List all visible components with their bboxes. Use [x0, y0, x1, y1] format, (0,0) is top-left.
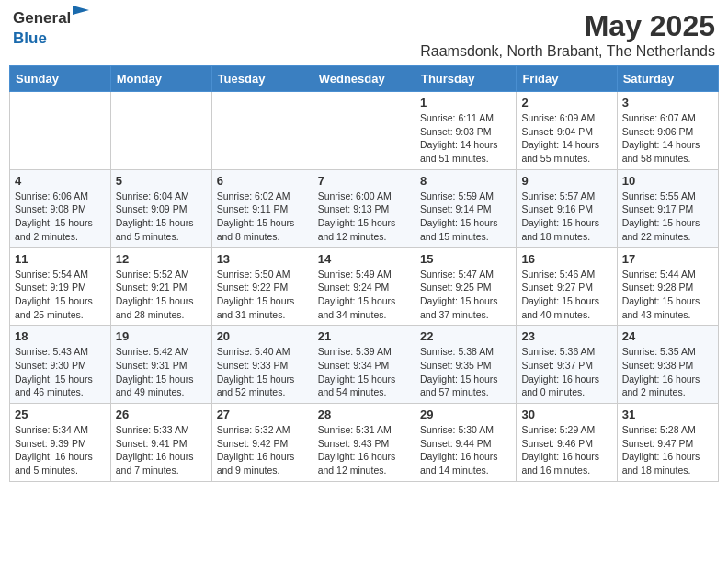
day-number: 29 [420, 408, 511, 421]
day-info: Sunrise: 6:04 AM Sunset: 9:09 PM Dayligh… [116, 190, 207, 244]
day-number: 25 [15, 408, 106, 421]
calendar-cell: 21Sunrise: 5:39 AM Sunset: 9:34 PM Dayli… [313, 326, 415, 404]
page-header: General Blue May 2025 Raamsdonk, North B… [9, 9, 719, 60]
calendar-cell: 31Sunrise: 5:28 AM Sunset: 9:47 PM Dayli… [617, 404, 718, 482]
calendar-cell: 20Sunrise: 5:40 AM Sunset: 9:33 PM Dayli… [211, 326, 313, 404]
day-number: 13 [217, 252, 308, 266]
title-section: May 2025 Raamsdonk, North Brabant, The N… [420, 9, 715, 60]
calendar-cell: 17Sunrise: 5:44 AM Sunset: 9:28 PM Dayli… [617, 247, 718, 326]
day-number: 2 [521, 96, 611, 109]
calendar-cell: 25Sunrise: 5:34 AM Sunset: 9:39 PM Dayli… [10, 404, 111, 482]
calendar-weekday-wednesday: Wednesday [313, 66, 415, 92]
calendar-cell: 15Sunrise: 5:47 AM Sunset: 9:25 PM Dayli… [415, 247, 516, 326]
day-info: Sunrise: 5:32 AM Sunset: 9:42 PM Dayligh… [217, 423, 308, 477]
calendar-cell: 24Sunrise: 5:35 AM Sunset: 9:38 PM Dayli… [617, 326, 718, 404]
calendar-cell: 8Sunrise: 5:59 AM Sunset: 9:14 PM Daylig… [415, 169, 516, 247]
calendar-cell: 11Sunrise: 5:54 AM Sunset: 9:19 PM Dayli… [10, 247, 111, 326]
calendar-cell: 28Sunrise: 5:31 AM Sunset: 9:43 PM Dayli… [313, 404, 415, 482]
day-number: 10 [622, 174, 713, 188]
calendar-cell: 22Sunrise: 5:38 AM Sunset: 9:35 PM Dayli… [415, 326, 516, 404]
calendar-cell: 7Sunrise: 6:00 AM Sunset: 9:13 PM Daylig… [313, 169, 415, 247]
calendar-weekday-monday: Monday [110, 66, 211, 92]
day-number: 19 [116, 329, 207, 343]
day-info: Sunrise: 5:28 AM Sunset: 9:47 PM Dayligh… [622, 423, 713, 477]
month-title: May 2025 [420, 9, 715, 43]
day-number: 12 [116, 252, 207, 266]
day-number: 6 [217, 174, 308, 188]
day-info: Sunrise: 6:02 AM Sunset: 9:11 PM Dayligh… [217, 190, 308, 244]
day-number: 11 [15, 252, 106, 266]
calendar-cell: 12Sunrise: 5:52 AM Sunset: 9:21 PM Dayli… [110, 247, 211, 326]
day-number: 30 [521, 408, 611, 421]
calendar-cell: 18Sunrise: 5:43 AM Sunset: 9:30 PM Dayli… [10, 326, 111, 404]
calendar-cell: 10Sunrise: 5:55 AM Sunset: 9:17 PM Dayli… [617, 169, 718, 247]
logo-general: General [13, 9, 71, 27]
calendar-table: SundayMondayTuesdayWednesdayThursdayFrid… [9, 65, 719, 482]
day-info: Sunrise: 5:35 AM Sunset: 9:38 PM Dayligh… [622, 345, 713, 399]
day-number: 21 [318, 329, 410, 343]
day-number: 22 [420, 329, 511, 343]
day-info: Sunrise: 5:30 AM Sunset: 9:44 PM Dayligh… [420, 423, 511, 477]
day-number: 20 [217, 329, 308, 343]
day-info: Sunrise: 5:52 AM Sunset: 9:21 PM Dayligh… [116, 268, 207, 322]
day-number: 17 [622, 252, 713, 266]
day-info: Sunrise: 5:59 AM Sunset: 9:14 PM Dayligh… [420, 190, 511, 244]
day-info: Sunrise: 6:09 AM Sunset: 9:04 PM Dayligh… [521, 111, 611, 166]
calendar-weekday-sunday: Sunday [10, 66, 111, 92]
day-number: 23 [521, 329, 611, 343]
svg-marker-0 [73, 6, 89, 15]
calendar-cell: 4Sunrise: 6:06 AM Sunset: 9:08 PM Daylig… [10, 169, 111, 247]
calendar-cell: 13Sunrise: 5:50 AM Sunset: 9:22 PM Dayli… [211, 247, 313, 326]
calendar-week-row: 25Sunrise: 5:34 AM Sunset: 9:39 PM Dayli… [10, 404, 719, 482]
day-info: Sunrise: 5:46 AM Sunset: 9:27 PM Dayligh… [521, 268, 611, 322]
day-info: Sunrise: 5:40 AM Sunset: 9:33 PM Dayligh… [217, 345, 308, 399]
day-number: 9 [521, 174, 611, 188]
day-info: Sunrise: 5:57 AM Sunset: 9:16 PM Dayligh… [521, 190, 611, 244]
calendar-cell: 14Sunrise: 5:49 AM Sunset: 9:24 PM Dayli… [313, 247, 415, 326]
calendar-header-row: SundayMondayTuesdayWednesdayThursdayFrid… [10, 66, 719, 92]
calendar-cell: 5Sunrise: 6:04 AM Sunset: 9:09 PM Daylig… [110, 169, 211, 247]
day-number: 26 [116, 408, 207, 421]
day-number: 15 [420, 252, 511, 266]
day-info: Sunrise: 5:38 AM Sunset: 9:35 PM Dayligh… [420, 345, 511, 399]
calendar-weekday-friday: Friday [517, 66, 617, 92]
calendar-cell: 1Sunrise: 6:11 AM Sunset: 9:03 PM Daylig… [415, 92, 516, 170]
day-number: 14 [318, 252, 410, 266]
day-number: 5 [116, 174, 207, 188]
logo: General Blue [13, 9, 71, 48]
calendar-week-row: 1Sunrise: 6:11 AM Sunset: 9:03 PM Daylig… [10, 92, 719, 170]
day-info: Sunrise: 6:11 AM Sunset: 9:03 PM Dayligh… [420, 111, 511, 166]
calendar-cell [10, 92, 111, 170]
day-number: 18 [15, 329, 106, 343]
day-number: 28 [318, 408, 410, 421]
day-number: 4 [15, 174, 106, 188]
calendar-cell: 19Sunrise: 5:42 AM Sunset: 9:31 PM Dayli… [110, 326, 211, 404]
day-info: Sunrise: 5:54 AM Sunset: 9:19 PM Dayligh… [15, 268, 106, 322]
day-number: 8 [420, 174, 511, 188]
day-info: Sunrise: 6:06 AM Sunset: 9:08 PM Dayligh… [15, 190, 106, 244]
location: Raamsdonk, North Brabant, The Netherland… [420, 43, 715, 60]
calendar-cell [313, 92, 415, 170]
day-info: Sunrise: 5:31 AM Sunset: 9:43 PM Dayligh… [318, 423, 410, 477]
day-info: Sunrise: 5:44 AM Sunset: 9:28 PM Dayligh… [622, 268, 713, 322]
day-number: 24 [622, 329, 713, 343]
calendar-cell: 29Sunrise: 5:30 AM Sunset: 9:44 PM Dayli… [415, 404, 516, 482]
day-number: 31 [622, 408, 713, 421]
day-number: 1 [420, 96, 511, 109]
day-info: Sunrise: 5:39 AM Sunset: 9:34 PM Dayligh… [318, 345, 410, 399]
day-info: Sunrise: 5:55 AM Sunset: 9:17 PM Dayligh… [622, 190, 713, 244]
day-number: 27 [217, 408, 308, 421]
calendar-cell: 6Sunrise: 6:02 AM Sunset: 9:11 PM Daylig… [211, 169, 313, 247]
day-info: Sunrise: 5:34 AM Sunset: 9:39 PM Dayligh… [15, 423, 106, 477]
calendar-weekday-tuesday: Tuesday [211, 66, 313, 92]
logo-flag-icon [73, 6, 89, 18]
day-info: Sunrise: 5:47 AM Sunset: 9:25 PM Dayligh… [420, 268, 511, 322]
calendar-weekday-saturday: Saturday [617, 66, 718, 92]
day-info: Sunrise: 5:29 AM Sunset: 9:46 PM Dayligh… [521, 423, 611, 477]
day-info: Sunrise: 5:33 AM Sunset: 9:41 PM Dayligh… [116, 423, 207, 477]
logo-blue: Blue [13, 29, 47, 48]
calendar-cell: 30Sunrise: 5:29 AM Sunset: 9:46 PM Dayli… [517, 404, 617, 482]
calendar-cell [110, 92, 211, 170]
calendar-cell [211, 92, 313, 170]
day-info: Sunrise: 5:49 AM Sunset: 9:24 PM Dayligh… [318, 268, 410, 322]
